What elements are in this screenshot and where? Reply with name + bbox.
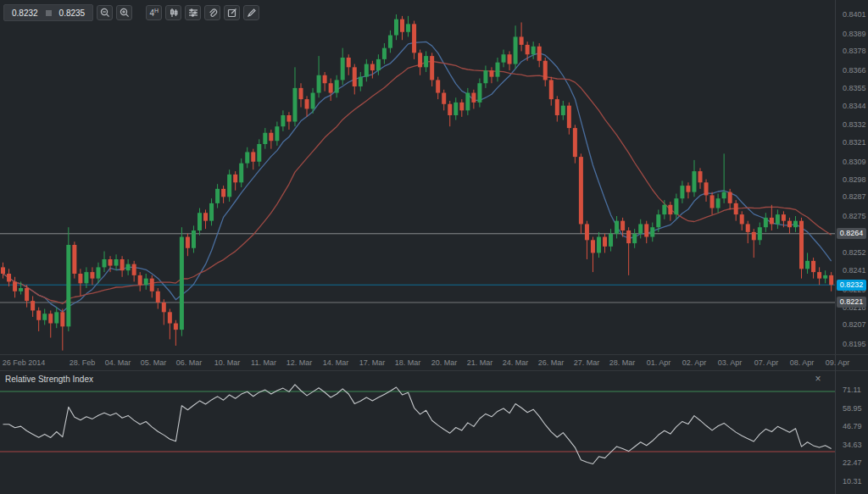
date-label: 20. Mar [431,358,458,367]
candle-body [287,115,291,122]
candle-body [585,224,589,240]
rsi-tick-label: 22.47 [843,458,862,467]
indicators-button[interactable] [185,5,201,20]
price-tick-label: 0.8366 [843,66,866,75]
candle-body [1,267,5,274]
date-label: 28. Mar [609,358,636,367]
candle-body [465,93,470,111]
date-label: 17. Mar [359,358,386,367]
edit-button[interactable] [224,5,240,20]
candle-body [638,224,643,233]
rsi-panel-title: Relative Strength Index [5,375,93,384]
candle-body [311,93,315,109]
attach-button[interactable] [204,5,220,20]
price-tick-label: 0.8332 [843,120,866,129]
candle-body [347,58,351,67]
candle-body [477,83,481,103]
candle-body [722,192,726,199]
candle-body [644,224,648,236]
candle-body [275,126,279,141]
candle-body [799,221,804,269]
rsi-tick-label: 71.11 [843,386,861,394]
date-label: 10. Mar [214,358,241,367]
time-axis[interactable]: 26 Feb 201428. Feb04. Mar05. Mar06. Mar1… [0,354,868,371]
bid-price[interactable]: 0.8232 [12,8,38,18]
price-tick-label: 0.8389 [843,30,866,38]
price-axis[interactable]: 0.84010.83890.83780.83660.83550.83440.83… [835,0,868,354]
candle-body [650,227,654,236]
date-label: 26. Mar [538,358,565,367]
candle-body [108,259,113,266]
zoom-out-button[interactable] [97,5,113,20]
candle-body [335,80,339,92]
date-label: 28. Feb [70,358,96,367]
rsi-axis[interactable]: 71.1158.9546.7934.6322.4710.31 [835,371,868,494]
chart-toolbar: 0.8232 0.8235 4H [3,4,259,21]
candle-body [829,275,833,285]
candle-body [36,310,41,319]
candle-body [764,218,768,227]
candle-body [245,152,249,163]
candle-body [453,103,458,115]
candle-body [400,19,404,32]
candle-body [48,314,53,323]
candle-body [609,234,613,247]
candlestick-type-icon [169,8,179,18]
rsi-canvas[interactable] [0,371,835,494]
candle-body [740,214,744,224]
candle-body [514,36,518,64]
rsi-close-button[interactable]: × [812,373,824,385]
candle-body [144,279,148,286]
price-tick-label: 0.8321 [843,138,866,147]
candle-body [531,47,536,54]
candle-body [573,128,577,157]
candle-body [561,106,565,115]
date-label: 24. Mar [503,358,529,367]
price-tick-label: 0.8378 [843,47,866,55]
candle-body [823,275,827,279]
rsi-tick-label: 34.63 [843,441,862,449]
candle-body [221,189,225,197]
candle-body [710,195,715,208]
candle-body [132,264,136,275]
timeframe-button[interactable]: 4H [146,5,162,20]
candle-body [704,182,709,195]
candle-body [370,64,375,71]
candle-body [227,175,231,197]
candle-body [489,70,493,77]
candle-body [317,75,321,93]
draw-button[interactable] [243,5,259,20]
price-tick-label: 0.8195 [843,340,866,348]
candle-body [299,88,303,99]
zoom-in-button[interactable] [116,5,132,20]
bid-ask-widget[interactable]: 0.8232 0.8235 [3,4,93,21]
candle-body [54,312,58,323]
chart-type-button[interactable] [165,5,181,20]
price-tick-label: 0.8344 [843,102,866,110]
candle-body [626,230,631,243]
price-tick-label: 0.8275 [843,212,866,220]
candle-body [215,189,220,203]
candle-body [471,93,476,103]
date-label: 21. Mar [467,358,493,367]
price-tick-label: 0.8287 [843,192,866,201]
candle-body [805,261,810,269]
price-level-badge: 0.8221 [837,297,866,308]
candle-body [406,24,410,31]
candle-body [537,47,542,61]
ask-price[interactable]: 0.8235 [59,8,86,18]
candle-body [436,80,440,92]
date-label: 26 Feb 2014 [3,358,46,367]
candle-body [19,288,23,291]
spread-indicator [46,10,52,16]
candle-body [746,224,750,231]
candle-body [656,214,660,227]
candle-body [811,261,815,272]
candle-body [66,245,70,326]
candle-body [418,53,422,67]
candle-body [257,144,261,162]
date-label: 06. Mar [176,358,203,367]
price-chart-canvas[interactable] [0,0,835,354]
price-tick-label: 0.8298 [843,175,866,184]
candle-body [233,175,237,182]
